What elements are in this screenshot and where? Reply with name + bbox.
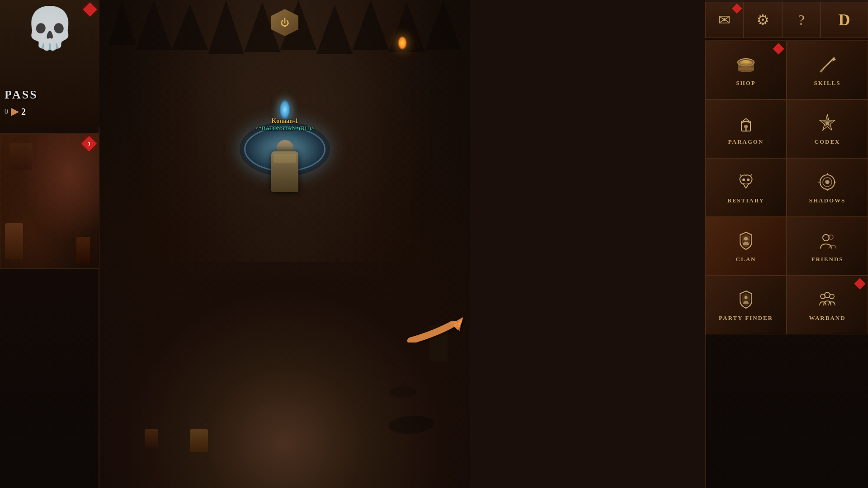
portal-energy — [279, 99, 291, 120]
d-label: D — [839, 10, 850, 29]
party-finder-label: PARTY FINDER — [719, 314, 773, 322]
svg-point-15 — [741, 60, 750, 63]
help-icon: ? — [798, 12, 804, 28]
pass-badge — [85, 5, 95, 14]
shop-badge — [773, 43, 784, 54]
codex-icon — [816, 112, 839, 135]
menu-item-codex[interactable]: CODEX — [787, 99, 868, 158]
menu-item-bestiary[interactable]: BESTIARY — [705, 158, 787, 217]
paragon-icon — [735, 112, 757, 135]
barrel-2 — [145, 429, 158, 447]
svg-rect-18 — [820, 68, 824, 73]
svg-marker-0 — [108, 0, 136, 45]
character-body — [271, 151, 298, 192]
svg-point-45 — [830, 294, 834, 299]
friends-icon — [816, 230, 839, 252]
left-panel: 💀 PASS 0 ▶ 2 — [0, 0, 99, 488]
menu-item-shop[interactable]: SHOP — [705, 41, 787, 99]
mail-badge — [732, 4, 742, 14]
character — [267, 140, 303, 194]
warband-label: WARBAND — [809, 314, 845, 322]
quest-badge: 3 — [84, 138, 94, 149]
menu-item-warband[interactable]: WARBAND — [787, 276, 868, 334]
shop-label: SHOP — [736, 80, 755, 87]
menu-item-shadows[interactable]: SHADOWS — [787, 158, 868, 217]
mail-button[interactable]: ✉ — [705, 2, 744, 38]
paragon-label: PARAGON — [728, 138, 764, 145]
pass-progress: 0 ▶ 2 — [5, 106, 26, 117]
clan-icon — [735, 230, 757, 252]
svg-marker-9 — [425, 0, 461, 50]
svg-point-21 — [744, 125, 748, 128]
character-name-plate: Konaan-1 <*BATONSTAN*(RU)> — [255, 117, 314, 132]
svg-point-25 — [826, 122, 829, 125]
clan-label: CLAN — [736, 256, 756, 263]
svg-marker-7 — [353, 0, 389, 50]
quest-card[interactable]: 3 — [0, 133, 99, 269]
enemy-figure — [429, 325, 448, 361]
pass-label: PASS — [5, 88, 38, 102]
power-button[interactable]: ⏻ — [271, 9, 298, 36]
svg-marker-6 — [316, 5, 353, 54]
top-toolbar: ✉ ⚙ ? D — [705, 0, 868, 41]
skills-label: SKILLS — [814, 80, 841, 87]
barrel — [190, 429, 208, 452]
shadows-icon — [816, 171, 839, 193]
svg-rect-22 — [745, 128, 747, 131]
progress-arrow-icon: ▶ — [11, 106, 19, 117]
menu-item-friends[interactable]: FRIENDS — [787, 217, 868, 276]
party-finder-icon — [735, 288, 757, 311]
d-button[interactable]: D — [821, 2, 868, 38]
menu-item-paragon[interactable]: PARAGON — [705, 99, 787, 158]
help-button[interactable]: ? — [782, 2, 821, 38]
character-armor — [274, 154, 296, 163]
menu-grid: SHOP SKILLS PARAGON — [705, 41, 868, 334]
bestiary-label: BESTIARY — [727, 197, 764, 204]
skills-icon — [816, 53, 839, 76]
scene-figure-1 — [5, 223, 23, 259]
game-world: Konaan-1 <*BATONSTAN*(RU)> ⏻ — [99, 0, 470, 488]
mail-icon: ✉ — [718, 11, 731, 28]
menu-item-clan[interactable]: CLAN — [705, 217, 787, 276]
ground — [99, 262, 470, 488]
scene-figure-2 — [76, 237, 90, 264]
skull-icon: 💀 — [24, 5, 75, 52]
svg-marker-2 — [172, 5, 208, 50]
power-icon: ⏻ — [280, 18, 289, 28]
character-name-text: Konaan-1 — [255, 117, 314, 125]
quest-card-inner: 3 — [0, 133, 99, 269]
battle-pass-card[interactable]: 💀 PASS 0 ▶ 2 — [0, 0, 99, 127]
shop-icon — [735, 53, 757, 76]
svg-point-38 — [823, 235, 829, 241]
warband-badge — [854, 278, 865, 289]
shadows-label: SHADOWS — [809, 197, 845, 204]
svg-marker-3 — [208, 0, 244, 54]
svg-point-44 — [825, 292, 830, 298]
codex-label: CODEX — [815, 138, 840, 145]
settings-button[interactable]: ⚙ — [744, 2, 782, 38]
menu-item-party-finder[interactable]: PARTY FINDER — [705, 276, 787, 334]
shadow-enemy-2 — [389, 386, 416, 398]
right-panel: ✉ ⚙ ? D SHOP — [705, 0, 868, 488]
svg-point-13 — [738, 67, 754, 72]
svg-marker-1 — [136, 0, 172, 50]
svg-marker-8 — [389, 2, 425, 52]
gear-icon: ⚙ — [756, 11, 769, 28]
svg-line-19 — [827, 59, 833, 65]
friends-label: FRIENDS — [811, 256, 843, 263]
quest-scene — [0, 134, 99, 268]
bestiary-icon — [735, 171, 757, 193]
svg-point-27 — [747, 178, 750, 181]
svg-point-26 — [742, 178, 745, 181]
character-clan-text: <*BATONSTAN*(RU)> — [255, 125, 314, 132]
lantern — [398, 36, 407, 50]
quest-badge-number: 3 — [88, 141, 90, 146]
warband-icon — [816, 288, 839, 311]
menu-item-skills[interactable]: SKILLS — [787, 41, 868, 99]
scene-item — [9, 143, 32, 170]
